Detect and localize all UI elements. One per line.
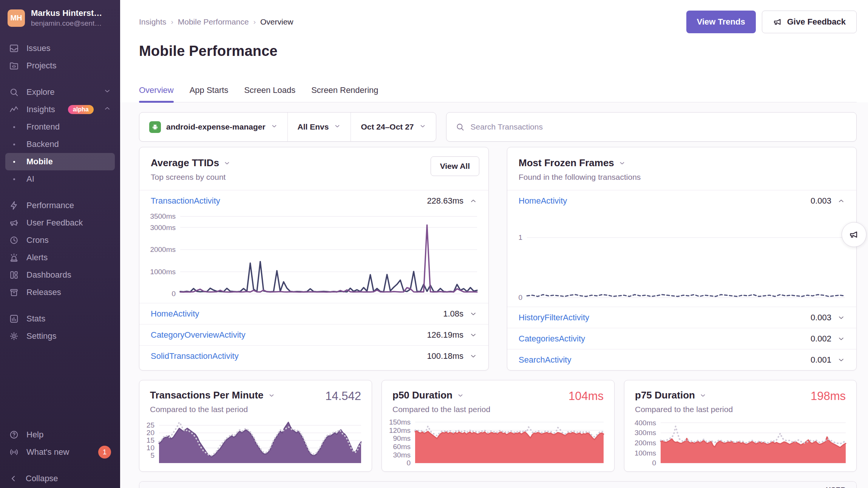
most-frozen-frames-title-dropdown[interactable]: Most Frozen Frames (519, 157, 845, 169)
lightning-icon (9, 201, 19, 210)
breadcrumb: Insights › Mobile Performance › Overview (139, 17, 293, 26)
sidebar-item-frontend[interactable]: Frontend (0, 118, 120, 136)
sidebar-item-projects[interactable]: Projects (0, 57, 120, 74)
siren-icon (9, 253, 19, 263)
projects-icon (9, 61, 19, 71)
sidebar-item-label: Backend (26, 139, 59, 149)
breadcrumb-mobile-performance[interactable]: Mobile Performance (178, 17, 249, 26)
p75-chart-block: 400ms300ms200ms100ms0 (624, 414, 856, 471)
transaction-link[interactable]: CategoryOverviewActivity (151, 330, 246, 340)
chevron-up-icon[interactable] (837, 197, 845, 205)
view-trends-button[interactable]: View Trends (686, 11, 756, 33)
chevron-down-icon[interactable] (837, 335, 845, 343)
average-ttids-title-dropdown[interactable]: Average TTIDs (151, 157, 477, 169)
search-transactions-input[interactable] (470, 122, 847, 132)
row-value: 126.19ms (427, 330, 463, 340)
sidebar-item-explore[interactable]: Explore (0, 83, 120, 101)
panel-title: p75 Duration (635, 389, 695, 401)
sidebar-collapse-button[interactable]: Collapse (0, 469, 120, 488)
sidebar-item-alerts[interactable]: Alerts (0, 249, 120, 266)
chevron-down-icon[interactable] (837, 356, 845, 364)
sidebar-item-backend[interactable]: Backend (0, 136, 120, 153)
y-axis-labels: 10 (507, 216, 527, 298)
give-feedback-button[interactable]: Give Feedback (762, 11, 857, 33)
floating-feedback-button[interactable] (842, 222, 866, 247)
avatar: MH (8, 9, 25, 27)
tpm-area-chart (159, 421, 361, 463)
sidebar-item-releases[interactable]: Releases (0, 284, 120, 301)
sidebar-item-label: What's new (26, 447, 69, 457)
tab-overview[interactable]: Overview (139, 85, 174, 102)
p75-head: p75 Duration Compared to the last period… (624, 380, 856, 414)
transaction-link[interactable]: CategoriesActivity (519, 334, 585, 344)
chevron-down-icon (457, 392, 464, 399)
sidebar-item-label: Issues (26, 43, 51, 53)
tpm-panel: Transactions Per Minute Compared to the … (139, 380, 372, 472)
p50-chart-block: 150ms120ms90ms60ms30ms0 (382, 414, 614, 471)
sidebar-item-performance[interactable]: Performance (0, 197, 120, 214)
transaction-link[interactable]: SolidTransactionActivity (151, 351, 239, 361)
give-feedback-label: Give Feedback (787, 17, 846, 27)
sidebar-item-user-feedback[interactable]: User Feedback (0, 214, 120, 232)
tab-app-starts[interactable]: App Starts (190, 85, 229, 102)
frozen-row-categoriesactivity: CategoriesActivity 0.002 (507, 328, 856, 349)
environment-filter[interactable]: All Envs (287, 113, 351, 141)
frozen-row-historyfilteractivity: HistoryFilterActivity 0.003 (507, 307, 856, 328)
chevron-up-icon (103, 105, 111, 114)
user-name: Markus Hinterst… (31, 8, 102, 18)
chevron-down-icon[interactable] (470, 331, 477, 339)
project-filter[interactable]: android-expense-manager (139, 113, 287, 141)
transaction-link[interactable]: HomeActivity (151, 309, 199, 319)
tab-screen-loads[interactable]: Screen Loads (244, 85, 295, 102)
column-header-user-misery[interactable]: User Misery (797, 486, 856, 488)
breadcrumb-separator: › (253, 18, 256, 26)
tab-screen-rendering[interactable]: Screen Rendering (311, 85, 378, 102)
clock-icon (9, 235, 19, 245)
transaction-link[interactable]: HomeActivity (519, 196, 567, 206)
chevron-down-icon[interactable] (470, 352, 477, 360)
breadcrumb-insights[interactable]: Insights (139, 17, 166, 26)
panel-subtitle: Compared to the last period (150, 405, 361, 414)
date-range-filter[interactable]: Oct 24–Oct 27 (351, 113, 436, 141)
sidebar-item-stats[interactable]: Stats (0, 310, 120, 327)
panel-title: Average TTIDs (151, 157, 219, 169)
panel-title: Most Frozen Frames (519, 157, 614, 169)
nav-gap (0, 74, 120, 83)
project-filter-value: android-expense-manager (166, 122, 266, 131)
sidebar-item-issues[interactable]: Issues (0, 40, 120, 57)
chevron-down-icon[interactable] (470, 310, 477, 318)
transaction-link[interactable]: SearchActivity (519, 355, 571, 365)
megaphone-icon (773, 17, 783, 27)
sidebar-item-help[interactable]: Help (0, 426, 120, 443)
view-all-button[interactable]: View All (431, 156, 479, 176)
chevron-down-icon (700, 392, 706, 399)
sidebar-item-label: Explore (26, 87, 55, 97)
top-panels: Average TTIDs Top screens by count View … (139, 147, 857, 371)
main-content: Insights › Mobile Performance › Overview… (120, 0, 868, 488)
row-value: 0.003 (811, 196, 831, 206)
sidebar-item-mobile[interactable]: Mobile (5, 153, 115, 170)
chevron-down-icon (224, 160, 230, 167)
sidebar-item-settings[interactable]: Settings (0, 327, 120, 345)
y-axis-labels: 400ms300ms200ms100ms0 (624, 421, 661, 463)
chevron-down-icon (419, 122, 426, 131)
p75-area-chart (661, 421, 846, 463)
transaction-link[interactable]: TransactionActivity (151, 196, 220, 206)
environment-filter-value: All Envs (298, 122, 329, 131)
sidebar-item-ai[interactable]: AI (0, 170, 120, 188)
search-icon (9, 87, 19, 97)
row-value: 228.63ms (427, 196, 463, 206)
frozen-row-homeactivity: HomeActivity 0.003 (507, 190, 856, 211)
sidebar-item-whats-new[interactable]: What's new 1 (0, 443, 120, 461)
chevron-down-icon (268, 392, 275, 399)
transaction-link[interactable]: HistoryFilterActivity (519, 313, 589, 323)
chevron-down-icon (334, 122, 341, 131)
chevron-down-icon[interactable] (837, 314, 845, 321)
sidebar-item-dashboards[interactable]: Dashboards (0, 266, 120, 284)
sidebar-item-label: Releases (26, 287, 61, 297)
sidebar-item-crons[interactable]: Crons (0, 232, 120, 249)
chevron-up-icon[interactable] (470, 197, 477, 205)
chevron-down-icon (271, 122, 278, 131)
sidebar-item-insights[interactable]: Insights alpha (0, 101, 120, 118)
user-menu[interactable]: MH Markus Hinterst… benjamin.coe@sent… (0, 0, 120, 34)
